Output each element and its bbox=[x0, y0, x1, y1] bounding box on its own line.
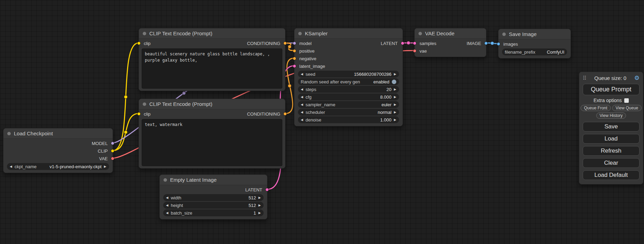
collapse-dot-icon[interactable] bbox=[418, 32, 422, 35]
toggle-knob-icon[interactable] bbox=[392, 80, 396, 84]
slot-input-negative: negative bbox=[294, 55, 403, 62]
decrement-arrow-icon[interactable]: ◀ bbox=[301, 103, 303, 106]
decrement-arrow-icon[interactable]: ◀ bbox=[301, 111, 303, 114]
node-title: VAE Decode bbox=[425, 30, 455, 36]
decrement-arrow-icon[interactable]: ◀ bbox=[166, 204, 168, 207]
node-save-image[interactable]: Save Image images filename_prefix ComfyU… bbox=[498, 29, 571, 58]
view-history-button[interactable]: View History bbox=[596, 112, 626, 119]
wire-midpoint-dot bbox=[288, 45, 291, 48]
widget-cfg[interactable]: ◀ cfg 8.000 ▶ bbox=[298, 93, 399, 100]
widget-filename-prefix[interactable]: filename_prefix ComfyUI bbox=[502, 48, 567, 55]
node-title-bar[interactable]: CLIP Text Encode (Prompt) bbox=[139, 28, 285, 39]
output-dot-vae[interactable] bbox=[111, 157, 114, 160]
increment-arrow-icon[interactable]: ▶ bbox=[394, 103, 396, 106]
output-dot-clip[interactable] bbox=[111, 149, 114, 153]
node-clip-text-encode-negative[interactable]: CLIP Text Encode (Prompt) clip CONDITION… bbox=[139, 99, 285, 169]
node-title-bar[interactable]: KSampler bbox=[294, 28, 403, 39]
output-dot-latent[interactable] bbox=[401, 42, 404, 45]
widget-steps[interactable]: ◀ steps 20 ▶ bbox=[298, 86, 399, 93]
positive-prompt-textarea[interactable]: beautiful scenery nature glass bottle la… bbox=[142, 48, 282, 89]
collapse-dot-icon[interactable] bbox=[143, 102, 146, 106]
slot-input-positive: positive bbox=[294, 47, 403, 55]
increment-arrow-icon[interactable]: ▶ bbox=[258, 204, 261, 207]
node-ksampler[interactable]: KSampler model LATENT positive negative … bbox=[294, 28, 403, 126]
collapse-dot-icon[interactable] bbox=[164, 178, 167, 182]
widget-height[interactable]: ◀ height 512 ▶ bbox=[163, 202, 264, 209]
widget-denoise[interactable]: ◀ denoise 1.000 ▶ bbox=[298, 116, 399, 123]
widget-ckpt-name[interactable]: ◀ ckpt_name v1-5-pruned-emaonly.ckpt ▶ bbox=[7, 163, 109, 170]
increment-arrow-icon[interactable]: ▶ bbox=[104, 165, 106, 168]
input-dot-images[interactable] bbox=[497, 42, 500, 46]
decrement-arrow-icon[interactable]: ◀ bbox=[301, 73, 303, 76]
queue-size-label: Queue size: 0 bbox=[586, 75, 634, 81]
input-dot-positive[interactable] bbox=[293, 49, 296, 53]
slot-row-clip-conditioning: clip CONDITIONING bbox=[139, 39, 285, 47]
input-dot-negative[interactable] bbox=[293, 57, 296, 60]
clear-button[interactable]: Clear bbox=[583, 158, 639, 168]
slot-output-clip: CLIP bbox=[3, 147, 113, 155]
widget-scheduler[interactable]: ◀ scheduler normal ▶ bbox=[298, 109, 399, 116]
refresh-button[interactable]: Refresh bbox=[583, 146, 639, 156]
output-dot-image[interactable] bbox=[484, 42, 488, 45]
increment-arrow-icon[interactable]: ▶ bbox=[394, 96, 396, 99]
save-button[interactable]: Save bbox=[583, 122, 639, 132]
output-dot-model[interactable] bbox=[111, 142, 114, 145]
output-dot-latent[interactable] bbox=[265, 188, 269, 191]
settings-gear-icon[interactable]: ⚙ bbox=[634, 74, 639, 82]
queue-panel[interactable]: ⠿ Queue size: 0 ⚙ Queue Prompt Extra opt… bbox=[579, 72, 643, 184]
node-title: Load Checkpoint bbox=[14, 130, 53, 136]
load-button[interactable]: Load bbox=[583, 134, 639, 144]
output-dot-conditioning[interactable] bbox=[283, 42, 287, 45]
queue-prompt-button[interactable]: Queue Prompt bbox=[583, 84, 639, 95]
collapse-dot-icon[interactable] bbox=[298, 32, 302, 35]
increment-arrow-icon[interactable]: ▶ bbox=[394, 73, 396, 76]
input-dot-clip[interactable] bbox=[137, 42, 141, 45]
node-title: Empty Latent Image bbox=[170, 177, 217, 183]
decrement-arrow-icon[interactable]: ◀ bbox=[301, 96, 303, 99]
node-empty-latent-image[interactable]: Empty Latent Image LATENT ◀ width 512 ▶ … bbox=[159, 174, 267, 219]
collapse-dot-icon[interactable] bbox=[7, 132, 11, 135]
node-title-bar[interactable]: CLIP Text Encode (Prompt) bbox=[139, 99, 285, 109]
decrement-arrow-icon[interactable]: ◀ bbox=[10, 165, 12, 168]
input-dot-vae[interactable] bbox=[413, 49, 416, 53]
node-title-bar[interactable]: Empty Latent Image bbox=[160, 175, 267, 185]
widget-sampler-name[interactable]: ◀ sampler_name euler ▶ bbox=[298, 101, 399, 108]
negative-prompt-textarea[interactable]: text, watermark bbox=[142, 119, 282, 166]
decrement-arrow-icon[interactable]: ◀ bbox=[166, 196, 168, 199]
decrement-arrow-icon[interactable]: ◀ bbox=[301, 88, 303, 91]
widget-random-seed-toggle[interactable]: Random seed after every gen enabled bbox=[298, 78, 399, 85]
input-dot-latent-image[interactable] bbox=[293, 64, 296, 68]
view-queue-button[interactable]: View Queue bbox=[612, 105, 642, 111]
node-title-bar[interactable]: VAE Decode bbox=[415, 28, 486, 39]
collapse-dot-icon[interactable] bbox=[502, 33, 506, 36]
increment-arrow-icon[interactable]: ▶ bbox=[394, 88, 396, 91]
queue-front-button[interactable]: Queue Front bbox=[581, 105, 611, 111]
increment-arrow-icon[interactable]: ▶ bbox=[258, 196, 261, 199]
increment-arrow-icon[interactable]: ▶ bbox=[394, 118, 396, 121]
node-title-bar[interactable]: Load Checkpoint bbox=[3, 128, 113, 139]
node-vae-decode[interactable]: VAE Decode samples IMAGE vae bbox=[414, 28, 486, 57]
node-title-bar[interactable]: Save Image bbox=[499, 29, 571, 39]
wire-midpoint-dot bbox=[407, 41, 410, 45]
node-load-checkpoint[interactable]: Load Checkpoint MODEL CLIP VAE ◀ ckpt_na… bbox=[3, 128, 113, 173]
input-dot-clip[interactable] bbox=[137, 112, 141, 116]
decrement-arrow-icon[interactable]: ◀ bbox=[301, 118, 303, 121]
slot-output-latent: LATENT bbox=[160, 186, 267, 193]
input-dot-samples[interactable] bbox=[413, 42, 416, 45]
widget-width[interactable]: ◀ width 512 ▶ bbox=[163, 194, 264, 201]
widget-seed[interactable]: ◀ seed 156680208700286 ▶ bbox=[298, 71, 399, 78]
extra-options-checkbox[interactable] bbox=[624, 98, 629, 103]
widget-batch-size[interactable]: ◀ batch_size 1 ▶ bbox=[163, 209, 264, 216]
output-dot-conditioning[interactable] bbox=[283, 112, 287, 116]
increment-arrow-icon[interactable]: ▶ bbox=[394, 111, 396, 114]
load-default-button[interactable]: Load Default bbox=[583, 170, 639, 180]
input-dot-model[interactable] bbox=[293, 42, 296, 45]
node-clip-text-encode-positive[interactable]: CLIP Text Encode (Prompt) clip CONDITION… bbox=[139, 28, 285, 91]
decrement-arrow-icon[interactable]: ◀ bbox=[166, 211, 168, 215]
node-title: CLIP Text Encode (Prompt) bbox=[149, 101, 212, 107]
increment-arrow-icon[interactable]: ▶ bbox=[258, 211, 261, 215]
node-graph-canvas[interactable]: Load Checkpoint MODEL CLIP VAE ◀ ckpt_na… bbox=[0, 0, 644, 244]
drag-handle-icon[interactable]: ⠿ bbox=[583, 75, 586, 81]
collapse-dot-icon[interactable] bbox=[143, 32, 146, 35]
slot-output-vae: VAE bbox=[3, 155, 113, 162]
